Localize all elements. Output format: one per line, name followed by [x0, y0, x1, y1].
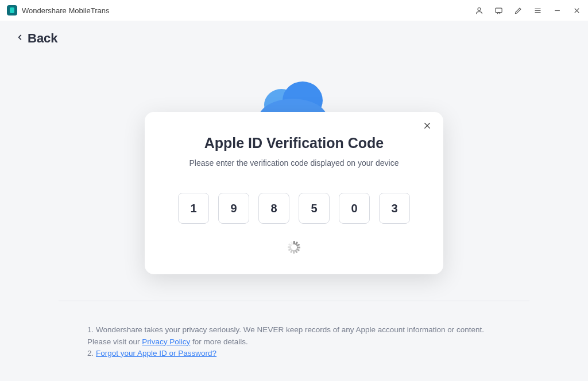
svg-rect-1: [495, 8, 501, 13]
user-icon[interactable]: [474, 6, 483, 15]
footer-section: 1. Wondershare takes your privacy seriou…: [59, 301, 529, 359]
code-digit-6[interactable]: 3: [379, 193, 410, 224]
footer-line2-prefix: 2.: [87, 349, 96, 357]
verification-modal: Apple ID Verification Code Please enter …: [145, 112, 443, 274]
code-digit-2[interactable]: 9: [218, 193, 249, 224]
code-input-row: 1 9 8 5 0 3: [165, 193, 423, 224]
code-digit-3[interactable]: 8: [258, 193, 289, 224]
titlebar: Wondershare MobileTrans: [0, 0, 588, 21]
content-area: Apple ID Verification Code Please enter …: [0, 34, 588, 381]
privacy-policy-link[interactable]: Privacy Policy: [142, 337, 190, 346]
titlebar-right: [474, 6, 581, 15]
close-window-icon[interactable]: [572, 6, 581, 15]
code-digit-1[interactable]: 1: [178, 193, 209, 224]
svg-point-0: [478, 7, 481, 10]
close-icon[interactable]: [423, 121, 433, 131]
forgot-password-link[interactable]: Forgot your Apple ID or Password?: [96, 349, 216, 357]
footer-line1-suffix: for more details.: [190, 337, 248, 346]
edit-icon[interactable]: [513, 6, 523, 15]
menu-icon[interactable]: [533, 6, 542, 15]
modal-subtitle: Please enter the verification code displ…: [165, 158, 423, 168]
app-title: Wondershare MobileTrans: [22, 6, 109, 15]
loading-spinner-icon: [288, 241, 300, 254]
app-icon: [7, 5, 17, 15]
code-digit-5[interactable]: 0: [339, 193, 370, 224]
code-digit-4[interactable]: 5: [299, 193, 330, 224]
feedback-icon[interactable]: [494, 6, 503, 15]
footer-text: 1. Wondershare takes your privacy seriou…: [59, 324, 529, 359]
modal-title: Apple ID Verification Code: [165, 135, 423, 151]
divider: [59, 301, 529, 301]
titlebar-left: Wondershare MobileTrans: [7, 5, 109, 15]
minimize-icon[interactable]: [552, 6, 562, 15]
